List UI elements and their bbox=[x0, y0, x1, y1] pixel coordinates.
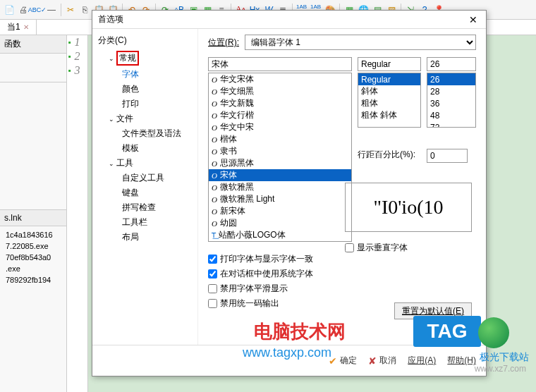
cross-icon: ✘ bbox=[368, 355, 377, 367]
line-gutter: 1 2 3 bbox=[67, 35, 88, 392]
cancel-button[interactable]: ✘取消 bbox=[368, 355, 396, 367]
watermark-text-2: 极光下载站 bbox=[480, 351, 529, 364]
tree-font[interactable]: 字体 bbox=[98, 67, 192, 82]
font-listbox[interactable]: O华文宋体 O华文细黑 O华文新魏 O华文行楷 O华文中宋 O楷体 O隶书 O思… bbox=[208, 73, 352, 242]
category-label: 分类(C) bbox=[98, 35, 192, 47]
font-item-selected[interactable]: O宋体 bbox=[209, 169, 351, 181]
vertical-font-label: 显示垂直字体 bbox=[357, 242, 408, 254]
no-smooth-checkbox[interactable] bbox=[208, 284, 217, 293]
font-item[interactable]: O华文细黑 bbox=[209, 85, 351, 97]
line-number: 3 bbox=[67, 63, 87, 78]
tag-badge: TAG bbox=[413, 316, 481, 347]
dialog-titlebar: 首选项 ✕ bbox=[92, 11, 486, 29]
font-item[interactable]: O幼圆 bbox=[209, 217, 351, 229]
style-item[interactable]: 斜体 bbox=[358, 85, 420, 97]
close-tab-icon[interactable]: ✕ bbox=[23, 23, 29, 31]
chevron-down-icon[interactable]: ⌄ bbox=[108, 55, 115, 62]
copy-icon[interactable]: ⎘ bbox=[78, 4, 91, 16]
category-panel: 分类(C) ⌄常规 字体 颜色 打印 ⌄文件 文件类型及语法 模板 ⌄工具 自定… bbox=[92, 29, 198, 345]
tree-template[interactable]: 模板 bbox=[98, 141, 192, 156]
font-item[interactable]: O思源黑体 bbox=[209, 157, 351, 169]
font-item[interactable]: O隶书 bbox=[209, 145, 351, 157]
spacing-input[interactable] bbox=[427, 149, 468, 163]
no-unicode-checkbox[interactable] bbox=[208, 299, 217, 308]
chevron-down-icon[interactable]: ⌄ bbox=[108, 116, 115, 123]
sidebar-functions-header[interactable]: 函数 bbox=[0, 35, 66, 54]
tree-filetype[interactable]: 文件类型及语法 bbox=[98, 126, 192, 141]
recent-item[interactable]: 1c4a1843616 bbox=[3, 229, 63, 240]
dialog-title: 首选项 bbox=[98, 13, 123, 25]
font-item[interactable]: O新宋体 bbox=[209, 205, 351, 217]
vertical-font-checkbox[interactable] bbox=[345, 243, 354, 252]
font-preview: "I0'io(10 bbox=[345, 183, 472, 232]
font-item[interactable]: O楷体 bbox=[209, 133, 351, 145]
font-name-input[interactable] bbox=[208, 57, 352, 71]
doc-tab-1[interactable]: 当1 ✕ bbox=[0, 20, 37, 35]
recent-item[interactable]: .exe bbox=[3, 263, 63, 274]
print-same-label: 打印字体与显示字体一致 bbox=[220, 253, 313, 265]
spell-icon[interactable]: ABC✓ bbox=[31, 4, 44, 16]
hr-icon[interactable]: — bbox=[45, 4, 58, 16]
sidebar-lnk-header[interactable]: s.lnk bbox=[0, 210, 66, 226]
ok-button[interactable]: ✔确定 bbox=[329, 355, 357, 367]
style-item[interactable]: 粗体 斜体 bbox=[358, 109, 420, 121]
tree-general[interactable]: ⌄常规 bbox=[98, 49, 192, 67]
apply-button[interactable]: 应用(A) bbox=[408, 355, 436, 367]
dlg-sysfont-checkbox[interactable] bbox=[208, 269, 217, 278]
recent-item[interactable]: 789292fb194 bbox=[3, 274, 63, 286]
font-item[interactable]: O华文行楷 bbox=[209, 109, 351, 121]
style-item-selected[interactable]: Regular bbox=[358, 73, 420, 85]
line-number: 1 bbox=[67, 35, 87, 49]
size-item[interactable]: 36 bbox=[427, 97, 475, 109]
style-item[interactable]: 粗体 bbox=[358, 97, 420, 109]
tree-color[interactable]: 颜色 bbox=[98, 82, 192, 97]
doc-tab-label: 当1 bbox=[7, 21, 20, 33]
size-item[interactable]: 72 bbox=[427, 121, 475, 128]
tree-file[interactable]: ⌄文件 bbox=[98, 111, 192, 126]
recent-item[interactable]: 7.22085.exe bbox=[3, 240, 63, 252]
size-input[interactable] bbox=[427, 57, 476, 71]
size-item[interactable]: 28 bbox=[427, 85, 475, 97]
size-listbox[interactable]: 26 28 36 48 72 bbox=[427, 73, 476, 128]
tree-customtools[interactable]: 自定义工具 bbox=[98, 171, 192, 185]
watermark-url-2: www.xz7.com bbox=[475, 364, 526, 374]
watermark-url-1: www.tagxp.com bbox=[243, 345, 331, 360]
sidebar-recent-list: 1c4a1843616 7.22085.exe 70ef8b543a0 .exe… bbox=[0, 226, 66, 392]
logo-circle-icon bbox=[478, 317, 509, 348]
tree-toolbar[interactable]: 工具栏 bbox=[98, 215, 192, 230]
tree-keyboard[interactable]: 键盘 bbox=[98, 185, 192, 200]
tree-print[interactable]: 打印 bbox=[98, 97, 192, 111]
font-item[interactable]: T͟站酷小薇LOGO体 bbox=[209, 229, 351, 241]
line-number: 2 bbox=[67, 49, 87, 63]
size-item[interactable]: 48 bbox=[427, 109, 475, 121]
dlg-sysfont-label: 在对话框中使用系统字体 bbox=[220, 268, 313, 280]
no-smooth-label: 禁用字体平滑显示 bbox=[220, 283, 288, 295]
tree-tools[interactable]: ⌄工具 bbox=[98, 156, 192, 171]
style-input[interactable] bbox=[358, 57, 421, 71]
no-unicode-label: 禁用统一码输出 bbox=[220, 298, 279, 310]
position-select[interactable]: 编辑器字体 1 bbox=[245, 35, 476, 50]
tree-spellcheck[interactable]: 拼写检查 bbox=[98, 200, 192, 215]
position-label: 位置(R): bbox=[208, 37, 239, 49]
recent-item[interactable]: 70ef8b543a0 bbox=[3, 252, 63, 263]
help-button[interactable]: 帮助(H) bbox=[447, 355, 476, 367]
spacing-label: 行距百分比(%): bbox=[358, 149, 415, 161]
category-tree[interactable]: ⌄常规 字体 颜色 打印 ⌄文件 文件类型及语法 模板 ⌄工具 自定义工具 键盘… bbox=[98, 49, 192, 245]
font-item[interactable]: O微软雅黑 Light bbox=[209, 193, 351, 205]
tree-layout[interactable]: 布局 bbox=[98, 230, 192, 245]
size-item-selected[interactable]: 26 bbox=[427, 73, 475, 85]
font-item[interactable]: O微软雅黑 bbox=[209, 181, 351, 193]
cut-icon[interactable]: ✂ bbox=[64, 4, 77, 16]
new-icon[interactable]: 📄 bbox=[3, 4, 16, 16]
close-icon[interactable]: ✕ bbox=[466, 13, 480, 27]
chevron-down-icon[interactable]: ⌄ bbox=[108, 160, 115, 167]
font-item[interactable]: O华文宋体 bbox=[209, 73, 351, 85]
watermark-text-1: 电脑技术网 bbox=[254, 319, 346, 344]
print-same-checkbox[interactable] bbox=[208, 255, 217, 264]
font-item[interactable]: O华文新魏 bbox=[209, 97, 351, 109]
font-item[interactable]: O华文中宋 bbox=[209, 121, 351, 133]
style-listbox[interactable]: Regular 斜体 粗体 粗体 斜体 bbox=[358, 73, 421, 128]
settings-panel: 位置(R): 编辑器字体 1 O华文宋体 O华文细黑 O华文新魏 O华文行楷 O… bbox=[198, 29, 486, 345]
sidebar-panel: 函数 s.lnk 1c4a1843616 7.22085.exe 70ef8b5… bbox=[0, 35, 67, 392]
